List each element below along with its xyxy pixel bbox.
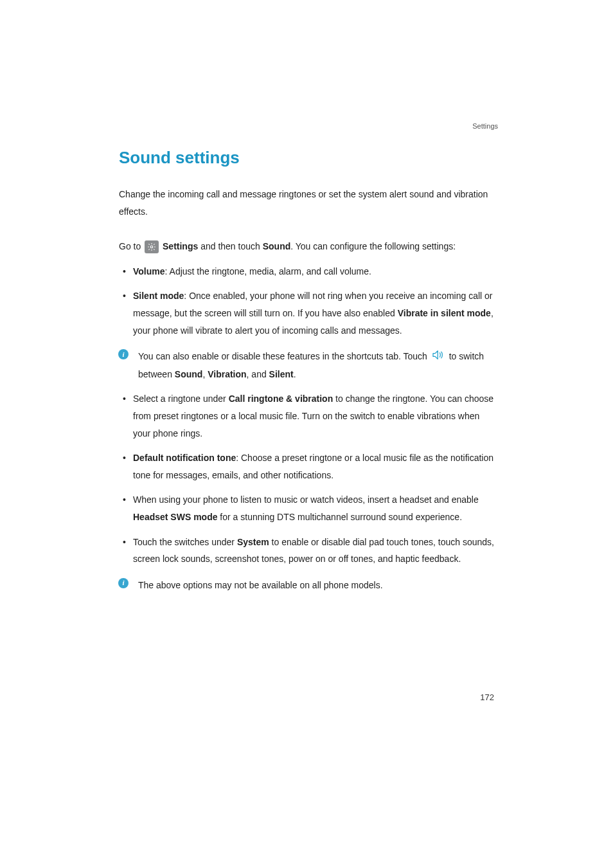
info1-c2: , and bbox=[247, 369, 269, 379]
settings-app-icon bbox=[145, 240, 159, 253]
sound-bold: Sound bbox=[263, 241, 291, 251]
info-note-1: i You can also enable or disable these f… bbox=[119, 348, 498, 383]
info-content-1: You can also enable or disable these fea… bbox=[119, 348, 498, 383]
call-ringtone-bold: Call ringtone & vibration bbox=[229, 393, 333, 404]
info1-c3: . bbox=[294, 369, 296, 379]
b2-2-t1: When using your phone to listen to music… bbox=[133, 494, 479, 505]
goto-paragraph: Go to Settings and then touch Sound. You… bbox=[119, 238, 498, 255]
silent-mode-bold: Silent mode bbox=[133, 291, 184, 301]
list-item: Touch the switches under System to enabl… bbox=[119, 534, 498, 568]
headset-sws-bold: Headset SWS mode bbox=[133, 512, 217, 522]
list-item: Select a ringtone under Call ringtone & … bbox=[119, 390, 498, 442]
settings-bold: Settings bbox=[163, 241, 198, 251]
speaker-icon bbox=[431, 348, 445, 366]
b2-3-t1: Touch the switches under bbox=[133, 537, 237, 547]
info2-text: The above options may not be available o… bbox=[138, 580, 383, 590]
b2-0-t1: Select a ringtone under bbox=[133, 393, 229, 404]
goto-suffix: . You can configure the following settin… bbox=[290, 241, 456, 251]
info-icon: i bbox=[118, 578, 129, 588]
info1-b1: Sound bbox=[175, 369, 203, 379]
volume-bold: Volume bbox=[133, 266, 165, 276]
default-tone-bold: Default notification tone bbox=[133, 453, 236, 463]
system-bold: System bbox=[237, 537, 269, 547]
info1-t1: You can also enable or disable these fea… bbox=[138, 351, 430, 361]
info1-b2: Vibration bbox=[208, 369, 246, 379]
info-content-2: The above options may not be available o… bbox=[119, 577, 498, 594]
list-item: Volume: Adjust the ringtone, media, alar… bbox=[119, 263, 498, 280]
page-number: 172 bbox=[480, 692, 494, 702]
svg-point-0 bbox=[150, 246, 153, 249]
page-content: Settings Sound settings Change the incom… bbox=[119, 129, 498, 593]
goto-middle: and then touch bbox=[198, 241, 262, 251]
intro-paragraph: Change the incoming call and message rin… bbox=[119, 186, 498, 220]
volume-text: : Adjust the ringtone, media, alarm, and… bbox=[165, 266, 371, 276]
page-title: Sound settings bbox=[119, 148, 498, 168]
vibrate-silent-bold: Vibrate in silent mode bbox=[398, 308, 491, 318]
bullet-list-1: Volume: Adjust the ringtone, media, alar… bbox=[119, 263, 498, 339]
running-header: Settings bbox=[472, 122, 498, 130]
list-item: When using your phone to listen to music… bbox=[119, 491, 498, 525]
goto-prefix: Go to bbox=[119, 241, 143, 251]
info-note-2: i The above options may not be available… bbox=[119, 577, 498, 594]
b2-2-t2: for a stunning DTS multichannel surround… bbox=[217, 512, 462, 522]
info1-c1: , bbox=[202, 369, 208, 379]
bullet-list-2: Select a ringtone under Call ringtone & … bbox=[119, 390, 498, 567]
list-item: Default notification tone: Choose a pres… bbox=[119, 449, 498, 484]
list-item: Silent mode: Once enabled, your phone wi… bbox=[119, 287, 498, 339]
info1-b3: Silent bbox=[269, 369, 294, 379]
